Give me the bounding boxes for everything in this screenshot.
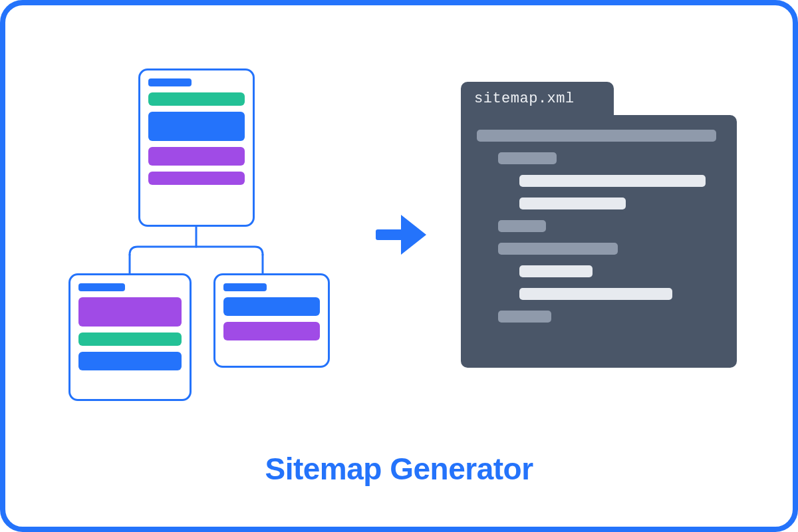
xml-code-line: [498, 243, 618, 255]
diagram-frame: sitemap.xml Sitemap Generator: [0, 0, 798, 532]
page-block: [148, 112, 245, 141]
xml-code-line: [519, 265, 593, 277]
svg-rect-3: [376, 229, 404, 240]
xml-file: sitemap.xml: [461, 82, 737, 368]
page-title-bar: [78, 283, 125, 291]
page-card-child: [213, 273, 330, 368]
xml-file-name: sitemap.xml: [474, 90, 575, 107]
xml-file-body: [461, 115, 737, 368]
arrow-right-icon: [374, 211, 428, 258]
xml-code-line: [477, 130, 716, 142]
xml-code-line: [519, 175, 706, 187]
page-block: [148, 147, 245, 166]
xml-code-line: [519, 198, 626, 209]
xml-code-line: [498, 311, 551, 323]
page-tree: [68, 68, 348, 394]
page-card-child: [68, 273, 192, 401]
xml-code-line: [498, 152, 557, 164]
page-title-bar: [148, 78, 192, 86]
page-block: [78, 352, 182, 370]
page-block: [148, 92, 245, 106]
page-block: [223, 297, 320, 316]
page-title-bar: [223, 283, 267, 291]
page-block: [78, 297, 182, 327]
xml-code-line: [498, 220, 546, 232]
diagram-title: Sitemap Generator: [5, 451, 793, 487]
page-block: [148, 172, 245, 185]
page-block: [78, 332, 182, 346]
xml-file-tab: sitemap.xml: [461, 82, 614, 115]
page-card-root: [138, 68, 255, 227]
xml-code-line: [519, 288, 672, 300]
page-block: [223, 322, 320, 340]
